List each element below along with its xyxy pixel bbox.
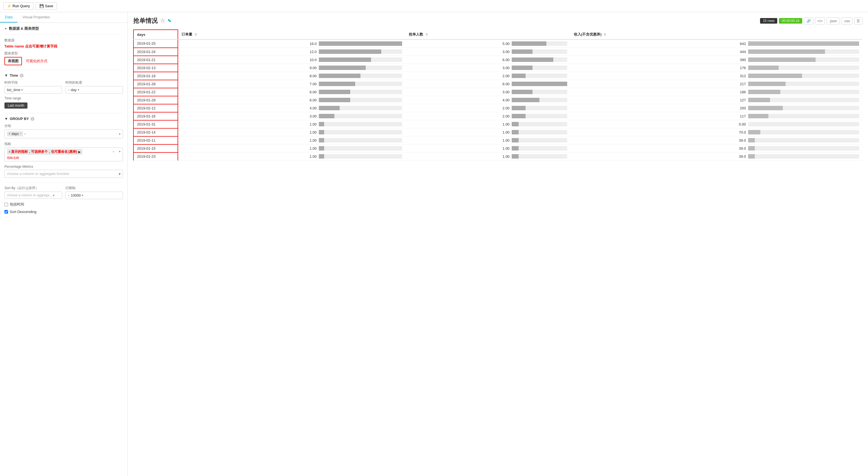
cell-days: 2019-01-16 [133, 112, 178, 120]
rows-badge: 15 rows [760, 18, 777, 24]
metrics-input-clear[interactable]: × [113, 150, 114, 153]
cell-grabbers: 1.00 [405, 144, 570, 152]
metrics-label: 指标 [4, 142, 123, 146]
run-query-button[interactable]: ⚡ Run Query [3, 2, 34, 10]
right-panel: 抢单情况 ☆ ✎ 15 rows 00:00:00.16 🔗 </> .json… [128, 12, 868, 476]
metrics-subtitle: 指标名称 [7, 156, 120, 160]
groupby-header: ▼ GROUP BY i [4, 117, 123, 121]
table-row: 2019-01-23 1.00 1.00 39.0 [133, 152, 863, 160]
cell-orders: 9.00 [178, 64, 405, 72]
cell-grabbers: 2.00 [405, 72, 570, 80]
cell-grabbers: 1.00 [405, 128, 570, 136]
col-header-revenue[interactable]: 收入(不含优惠券) ⇅ [570, 30, 863, 39]
percentage-metrics-group: Percentage Metrics choose a column or ag… [4, 165, 123, 178]
days-tag: × days ? [7, 131, 23, 136]
tab-visual-properties[interactable]: Visual Properties [18, 12, 55, 23]
star-icon[interactable]: ☆ [160, 17, 165, 24]
time-range-group: Time range Last month [4, 96, 123, 109]
row-limit-label: 行限制 [65, 186, 123, 190]
granularity-select[interactable]: × day ▾ [65, 86, 123, 94]
time-form-row: 时间字段 biz_time ▾ 时间的粒度 × day ▾ [4, 80, 123, 94]
percentage-metrics-label: Percentage Metrics [4, 165, 123, 169]
groupby-input-clear[interactable]: × [24, 132, 26, 136]
cell-revenue: 117 [570, 112, 863, 120]
metrics-tag-input[interactable]: × 显示的指标，可选择多个，也可重命名 (惠券) ▶ 指标名称 × ▾ [4, 147, 123, 161]
metrics-input-arrow[interactable]: ▾ [119, 150, 120, 153]
time-field-label: 时间字段 [4, 80, 62, 85]
table-row: 2019-01-31 1.00 1.00 0.00 [133, 120, 863, 128]
edit-icon[interactable]: ✎ [167, 18, 171, 24]
chart-type-selector[interactable]: 表视图 [4, 57, 22, 65]
table-row: 2019-01-28 7.00 8.00 217 [133, 80, 863, 88]
sort-by-placeholder: choose a column or aggrega... [7, 193, 52, 197]
time-section-header: ▼ Time i [4, 73, 123, 78]
cell-orders: 16.0 [178, 39, 405, 48]
cell-days: 2019-01-18 [133, 72, 178, 80]
fen-zu-label: 分组 [4, 124, 123, 128]
cell-days: 2019-01-24 [133, 48, 178, 56]
row-limit-select[interactable]: × 10000 ▾ [65, 191, 123, 199]
fen-zu-tag-input[interactable]: × days ? × ▾ [4, 129, 123, 138]
json-button[interactable]: .json [827, 18, 839, 24]
save-button[interactable]: 💾 Save [36, 2, 57, 10]
granularity-clear[interactable]: × [68, 88, 70, 92]
collapse-arrow: ▼ [4, 27, 7, 30]
cell-days: 2019-01-28 [133, 80, 178, 88]
cell-revenue: 312 [570, 72, 863, 80]
cell-days: 2019-01-31 [133, 120, 178, 128]
time-range-button[interactable]: Last month [4, 102, 28, 109]
tab-data[interactable]: Data [0, 12, 18, 23]
table-row: 2019-01-24 12.0 3.00 444 [133, 48, 863, 56]
row-limit-group: 行限制 × 10000 ▾ [65, 186, 123, 199]
table-header-row: days 订单量 ⇅ 抢单人数 ⇅ 收入(不含优惠券) ⇅ [133, 30, 863, 39]
cell-days: 2019-01-21 [133, 56, 178, 64]
percentage-metrics-select[interactable]: choose a column or aggregate function [4, 170, 123, 178]
cell-orders: 7.00 [178, 80, 405, 88]
cell-orders: 1.00 [178, 128, 405, 136]
sort-descending-checkbox[interactable] [4, 210, 8, 214]
table-row: 2019-01-29 6.00 4.00 127 [133, 96, 863, 104]
datasource-value[interactable]: Table name 点击可新增计算字段 [4, 44, 123, 49]
include-time-checkbox[interactable] [4, 203, 8, 206]
datasource-label: 数据源 [4, 38, 123, 43]
link-button[interactable]: 🔗 [804, 18, 813, 24]
groupby-input-arrow[interactable]: ▾ [119, 132, 120, 136]
cell-grabbers: 1.00 [405, 152, 570, 160]
cell-days: 2019-01-25 [133, 39, 178, 48]
row-limit-clear[interactable]: × [68, 194, 70, 197]
time-info-icon[interactable]: i [20, 73, 24, 78]
cell-orders: 1.00 [178, 152, 405, 160]
datasource-section-header[interactable]: ▼ 数据源 & 图表类型 [4, 26, 123, 31]
data-table: days 订单量 ⇅ 抢单人数 ⇅ 收入(不含优惠券) ⇅ [133, 29, 863, 160]
more-button[interactable]: ☰ [854, 18, 863, 24]
cell-revenue: 200 [570, 104, 863, 112]
tab-bar: Data Visual Properties [0, 12, 127, 23]
cell-orders: 4.00 [178, 104, 405, 112]
col-header-orders[interactable]: 订单量 ⇅ [178, 30, 405, 39]
days-tag-remove[interactable]: × [9, 132, 10, 136]
col-header-days[interactable]: days [133, 30, 178, 39]
col-header-grabbers[interactable]: 抢单人数 ⇅ [405, 30, 570, 39]
cell-grabbers: 3.00 [405, 48, 570, 56]
time-range-label: Time range [4, 96, 123, 100]
time-badge: 00:00:00.16 [779, 18, 802, 24]
table-header: days 订单量 ⇅ 抢单人数 ⇅ 收入(不含优惠券) ⇅ [133, 30, 863, 39]
groupby-info-icon[interactable]: i [31, 117, 34, 121]
cell-revenue: 0.00 [570, 120, 863, 128]
chart-type-section: 图表类型 表视图 可视化的方式 [4, 51, 123, 65]
cell-orders: 3.00 [178, 112, 405, 120]
cell-grabbers: 2.00 [405, 104, 570, 112]
table-row: 2019-01-16 3.00 2.00 117 [133, 112, 863, 120]
cell-grabbers: 1.00 [405, 120, 570, 128]
csv-button[interactable]: .csv [841, 18, 852, 24]
metrics-suffix: (惠券) [68, 149, 77, 154]
granularity-dropdown-arrow: ▾ [78, 88, 79, 91]
cell-orders: 10.0 [178, 56, 405, 64]
time-field-select[interactable]: biz_time ▾ [4, 86, 62, 94]
time-collapse-arrow: ▼ [4, 73, 8, 78]
percentage-metrics-select-outer: choose a column or aggregate function [4, 170, 123, 178]
code-button[interactable]: </> [815, 18, 825, 24]
metrics-tag-remove[interactable]: × [9, 150, 10, 154]
granularity-group: 时间的粒度 × day ▾ [65, 80, 123, 94]
sort-by-select[interactable]: choose a column or aggrega... ▾ [4, 191, 62, 199]
